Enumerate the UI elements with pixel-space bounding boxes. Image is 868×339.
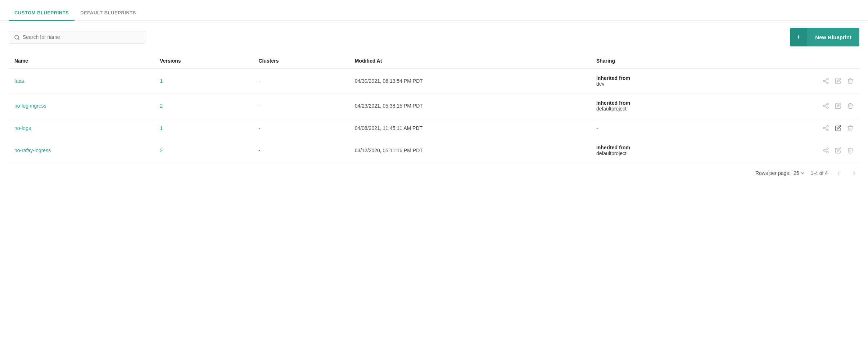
edit-icon[interactable] bbox=[835, 125, 841, 131]
pagination-row: Rows per page: 25 1-4 of 4 bbox=[0, 163, 868, 183]
edit-icon[interactable] bbox=[835, 147, 841, 154]
delete-icon[interactable] bbox=[847, 125, 854, 131]
action-buttons bbox=[734, 147, 854, 154]
blueprint-versions-cell: 1 bbox=[154, 68, 253, 94]
table-row: no-logs1-04/08/2021, 11:45:11 AM PDT- bbox=[9, 118, 859, 138]
blueprint-actions-cell bbox=[728, 138, 859, 163]
col-sharing: Sharing bbox=[591, 54, 728, 68]
svg-line-15 bbox=[825, 128, 827, 130]
tab-default-blueprints[interactable]: DEFAULT BLUEPRINTS bbox=[74, 6, 142, 21]
edit-icon[interactable] bbox=[835, 78, 841, 84]
blueprint-actions-cell bbox=[728, 68, 859, 94]
tabs-bar: CUSTOM BLUEPRINTS DEFAULT BLUEPRINTS bbox=[0, 0, 868, 21]
blueprint-version-link[interactable]: 2 bbox=[160, 148, 163, 153]
blueprint-versions-cell: 2 bbox=[154, 94, 253, 118]
col-actions bbox=[728, 54, 859, 68]
delete-icon[interactable] bbox=[847, 78, 854, 84]
action-buttons bbox=[734, 78, 854, 84]
col-versions: Versions bbox=[154, 54, 253, 68]
sharing-inherited-label: Inherited from bbox=[596, 75, 630, 81]
blueprint-sharing-cell: Inherited fromdefaultproject bbox=[591, 94, 728, 118]
table-container: Name Versions Clusters Modified At Shari… bbox=[0, 54, 868, 163]
blueprint-modified-cell: 04/08/2021, 11:45:11 AM PDT bbox=[349, 118, 591, 138]
share-icon[interactable] bbox=[823, 147, 829, 154]
blueprint-name-link[interactable]: no-rafay-ingress bbox=[14, 148, 51, 153]
tab-custom-blueprints[interactable]: CUSTOM BLUEPRINTS bbox=[9, 6, 74, 21]
search-input[interactable] bbox=[23, 34, 140, 40]
svg-line-10 bbox=[825, 106, 827, 107]
table-row: no-log-ingress2-04/23/2021, 05:38:15 PM … bbox=[9, 94, 859, 118]
blueprint-clusters-cell: - bbox=[253, 138, 349, 163]
blueprint-version-link[interactable]: 1 bbox=[160, 78, 163, 84]
new-blueprint-button[interactable]: + New Blueprint bbox=[790, 28, 859, 46]
sharing-from: defaultproject bbox=[596, 106, 627, 112]
prev-page-button[interactable] bbox=[833, 169, 844, 177]
blueprint-sharing-cell: Inherited fromdefaultproject bbox=[591, 138, 728, 163]
blueprint-versions-cell: 1 bbox=[154, 118, 253, 138]
svg-line-1 bbox=[18, 39, 19, 40]
col-modified-at: Modified At bbox=[349, 54, 591, 68]
col-name: Name bbox=[9, 54, 154, 68]
action-buttons bbox=[734, 125, 854, 131]
table-row: faas1-04/30/2021, 06:13:54 PM PDTInherit… bbox=[9, 68, 859, 94]
svg-line-21 bbox=[825, 149, 827, 150]
action-buttons bbox=[734, 103, 854, 109]
blueprint-modified-cell: 04/30/2021, 06:13:54 PM PDT bbox=[349, 68, 591, 94]
blueprint-name-cell: no-rafay-ingress bbox=[9, 138, 154, 163]
blueprint-name-link[interactable]: no-logs bbox=[14, 125, 31, 131]
blueprint-sharing-cell: - bbox=[591, 118, 728, 138]
sharing-inherited-label: Inherited from bbox=[596, 100, 630, 106]
sharing-from: defaultproject bbox=[596, 150, 627, 156]
share-icon[interactable] bbox=[823, 78, 829, 84]
delete-icon[interactable] bbox=[847, 147, 854, 154]
blueprint-actions-cell bbox=[728, 94, 859, 118]
blueprint-versions-cell: 2 bbox=[154, 138, 253, 163]
blueprint-name-cell: faas bbox=[9, 68, 154, 94]
rows-per-page-select[interactable]: 25 bbox=[794, 170, 805, 176]
delete-icon[interactable] bbox=[847, 103, 854, 109]
blueprint-version-link[interactable]: 2 bbox=[160, 103, 163, 109]
share-icon[interactable] bbox=[823, 103, 829, 109]
blueprint-clusters-cell: - bbox=[253, 94, 349, 118]
rows-per-page-label: Rows per page: bbox=[755, 170, 791, 176]
blueprint-name-link[interactable]: no-log-ingress bbox=[14, 103, 46, 109]
blueprint-actions-cell bbox=[728, 118, 859, 138]
rows-per-page-value: 25 bbox=[794, 170, 799, 176]
blueprint-modified-cell: 03/12/2020, 05:11:16 PM PDT bbox=[349, 138, 591, 163]
blueprint-modified-cell: 04/23/2021, 05:38:15 PM PDT bbox=[349, 94, 591, 118]
svg-line-6 bbox=[825, 80, 827, 81]
rows-per-page: Rows per page: 25 bbox=[755, 170, 805, 176]
search-icon bbox=[14, 34, 20, 40]
col-clusters: Clusters bbox=[253, 54, 349, 68]
edit-icon[interactable] bbox=[835, 103, 841, 109]
new-blueprint-label: New Blueprint bbox=[807, 29, 859, 45]
svg-line-5 bbox=[825, 81, 827, 82]
blueprint-name-cell: no-logs bbox=[9, 118, 154, 138]
page-info: 1-4 of 4 bbox=[811, 170, 828, 176]
svg-line-16 bbox=[825, 127, 827, 128]
sharing-from: dev bbox=[596, 81, 605, 87]
page-container: CUSTOM BLUEPRINTS DEFAULT BLUEPRINTS + N… bbox=[0, 0, 868, 339]
share-icon[interactable] bbox=[823, 125, 829, 131]
blueprint-sharing-cell: Inherited fromdev bbox=[591, 68, 728, 94]
toolbar: + New Blueprint bbox=[0, 21, 868, 54]
table-header-row: Name Versions Clusters Modified At Shari… bbox=[9, 54, 859, 68]
table-row: no-rafay-ingress2-03/12/2020, 05:11:16 P… bbox=[9, 138, 859, 163]
blueprints-table: Name Versions Clusters Modified At Shari… bbox=[9, 54, 859, 163]
search-box bbox=[9, 31, 145, 44]
next-page-button[interactable] bbox=[849, 169, 859, 177]
blueprint-name-link[interactable]: faas bbox=[14, 78, 24, 84]
blueprint-clusters-cell: - bbox=[253, 118, 349, 138]
svg-line-11 bbox=[825, 104, 827, 105]
chevron-down-icon bbox=[801, 171, 805, 175]
blueprint-name-cell: no-log-ingress bbox=[9, 94, 154, 118]
new-blueprint-plus: + bbox=[790, 28, 807, 46]
sharing-inherited-label: Inherited from bbox=[596, 145, 630, 150]
blueprint-clusters-cell: - bbox=[253, 68, 349, 94]
svg-line-20 bbox=[825, 151, 827, 152]
blueprint-version-link[interactable]: 1 bbox=[160, 125, 163, 131]
